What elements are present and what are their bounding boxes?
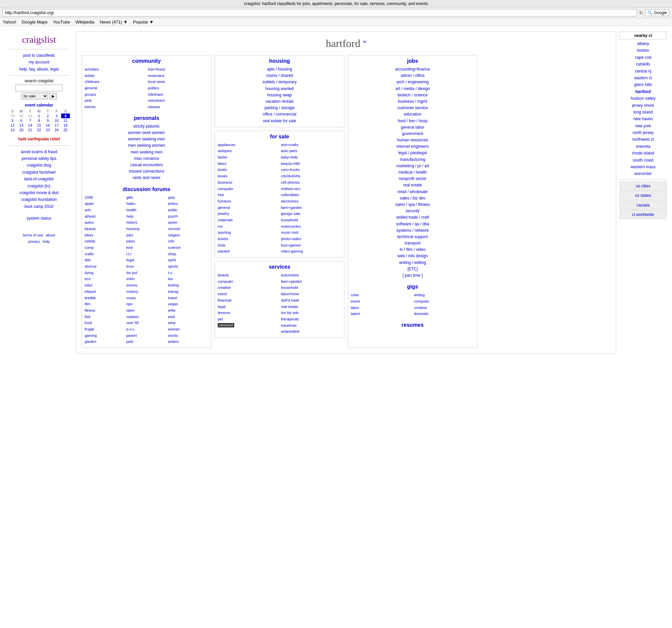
- cal-date[interactable]: 20: [17, 128, 26, 132]
- foundation-link[interactable]: craigslist foundation: [8, 196, 70, 203]
- community-groups[interactable]: groups: [85, 91, 145, 98]
- disc-etiquet[interactable]: etiquet: [85, 288, 125, 295]
- disc-wed[interactable]: wed: [168, 314, 208, 320]
- svc-creative[interactable]: creative: [218, 284, 278, 291]
- svc-farmgarden[interactable]: farm+garden: [281, 278, 341, 285]
- search-input[interactable]: [16, 85, 63, 91]
- disc-autos[interactable]: autos: [85, 219, 125, 226]
- gigs-creative[interactable]: creative: [414, 305, 475, 311]
- jobs-food[interactable]: food / bev / hosp: [351, 118, 475, 124]
- disc-dying[interactable]: dying: [85, 270, 125, 276]
- about-link[interactable]: about: [46, 232, 55, 238]
- nav-wikipedia[interactable]: Wikipedia: [76, 20, 94, 25]
- svc-financial[interactable]: financial: [218, 297, 278, 304]
- rs-hartford[interactable]: hartford: [620, 88, 667, 95]
- cal-date[interactable]: 21: [26, 128, 34, 132]
- disc-psych[interactable]: psych: [168, 213, 208, 220]
- housing-realestate[interactable]: real estate for sale: [218, 118, 341, 124]
- svc-beauty[interactable]: beauty: [218, 272, 278, 278]
- cal-date[interactable]: 19: [8, 128, 17, 132]
- disc-fitness[interactable]: fitness: [85, 307, 125, 314]
- disc-npo[interactable]: npo: [126, 301, 167, 307]
- rs-uscities-btn[interactable]: us cities: [620, 182, 667, 191]
- jobs-hr[interactable]: human resources: [351, 137, 475, 143]
- rs-glensfalls[interactable]: glens falls: [620, 81, 667, 88]
- svc-therapeutic[interactable]: therapeutic: [281, 316, 341, 322]
- rs-oneonta[interactable]: oneonta: [620, 143, 667, 150]
- nav-popular[interactable]: Popular ▼: [133, 20, 153, 25]
- disc-frugal[interactable]: frugal: [85, 326, 125, 332]
- disc-testing[interactable]: testing: [168, 282, 208, 288]
- cal-date[interactable]: 22: [34, 128, 43, 132]
- fs-barter[interactable]: barter: [218, 154, 278, 160]
- fs-appliances[interactable]: appliances: [218, 142, 278, 148]
- jobs-internet[interactable]: internet engineers: [351, 143, 475, 150]
- svc-pet[interactable]: pet: [218, 316, 278, 322]
- disc-wine[interactable]: wine: [168, 320, 208, 326]
- community-politics[interactable]: politics: [148, 85, 208, 91]
- svc-automotive[interactable]: automotive: [281, 272, 341, 278]
- personals-misc-romance[interactable]: misc romance: [85, 155, 208, 162]
- community-classes[interactable]: classes: [148, 104, 208, 110]
- address-input[interactable]: [3, 9, 637, 17]
- gigs-event[interactable]: event: [351, 298, 411, 305]
- disc-garden[interactable]: garden: [85, 338, 125, 345]
- housing-swap[interactable]: housing swap: [218, 92, 341, 98]
- rs-newyork[interactable]: new york: [620, 123, 667, 129]
- cal-date[interactable]: 5: [8, 118, 17, 123]
- disc-recover[interactable]: recover: [168, 226, 208, 232]
- disc-writers[interactable]: writers: [168, 338, 208, 345]
- cal-date[interactable]: 13: [17, 123, 26, 128]
- community-events[interactable]: events: [85, 104, 145, 110]
- nav-youtube[interactable]: YouTube: [53, 20, 70, 25]
- cal-date[interactable]: 3: [52, 114, 61, 118]
- disc-rofo[interactable]: rofo: [168, 238, 208, 245]
- disc-tax[interactable]: tax: [168, 276, 208, 282]
- gigs-writing[interactable]: writing: [414, 292, 475, 298]
- fs-babykids[interactable]: baby+kids: [281, 154, 341, 160]
- fs-clothesacc[interactable]: clothes+acc: [281, 186, 341, 192]
- cal-date[interactable]: 6: [17, 118, 26, 123]
- jobs-etc[interactable]: [ETC]: [351, 266, 475, 272]
- gigs-domestic[interactable]: domestic: [414, 311, 475, 317]
- jobs-sales[interactable]: sales / biz dev: [351, 195, 475, 201]
- rs-albany[interactable]: albany: [620, 40, 667, 47]
- disc-beauty[interactable]: beauty: [85, 226, 125, 232]
- cal-date[interactable]: 10: [52, 118, 61, 123]
- personals-rants[interactable]: rants and raves: [85, 175, 208, 181]
- jobs-government[interactable]: government: [351, 131, 475, 137]
- jobs-arch[interactable]: arch / engineering: [351, 79, 475, 85]
- rs-usstates-btn[interactable]: us states: [620, 191, 667, 200]
- fs-cellphones[interactable]: cell phones: [281, 179, 341, 186]
- gigs-talent[interactable]: talent: [351, 311, 411, 317]
- disc-kink[interactable]: kink: [126, 245, 167, 251]
- bootcamp-link[interactable]: boot camp 2010: [8, 203, 70, 210]
- jobs-business[interactable]: business / mgmt: [351, 98, 475, 105]
- svc-computer[interactable]: computer: [218, 278, 278, 285]
- disc-money[interactable]: money: [126, 282, 167, 288]
- jobs-art[interactable]: art / media / design: [351, 86, 475, 92]
- disc-history[interactable]: history: [126, 219, 167, 226]
- disc-gaming[interactable]: gaming: [85, 332, 125, 339]
- rs-catskills[interactable]: catskills: [620, 61, 667, 68]
- community-artists[interactable]: artists: [85, 73, 145, 79]
- jobs-admin[interactable]: admin / office: [351, 73, 475, 79]
- jobs-accounting[interactable]: accounting+finance: [351, 66, 475, 73]
- disc-comp[interactable]: comp: [85, 245, 125, 251]
- fs-general[interactable]: general: [218, 204, 278, 211]
- jobs-parttime[interactable]: [ part time ]: [351, 272, 475, 279]
- housing-vacation[interactable]: vacation rentals: [218, 98, 341, 105]
- cal-date[interactable]: 17: [52, 123, 61, 128]
- fs-household[interactable]: household: [281, 217, 341, 223]
- rs-clworldwide-btn[interactable]: cl worldwide: [620, 210, 667, 219]
- jobs-marketing[interactable]: marketing / pr / ad: [351, 163, 475, 169]
- gigs-labor[interactable]: labor: [351, 305, 411, 311]
- disc-outdoor[interactable]: outdoor: [126, 314, 167, 320]
- rs-boston[interactable]: boston: [620, 47, 667, 54]
- disc-diet[interactable]: diet: [85, 257, 125, 263]
- disc-ltr[interactable]: l.t.r.: [126, 251, 167, 257]
- disc-bikes[interactable]: bikes: [85, 232, 125, 238]
- fs-bikes[interactable]: bikes: [218, 160, 278, 167]
- disc-over50[interactable]: over 50: [126, 320, 167, 326]
- svc-household[interactable]: household: [281, 284, 341, 291]
